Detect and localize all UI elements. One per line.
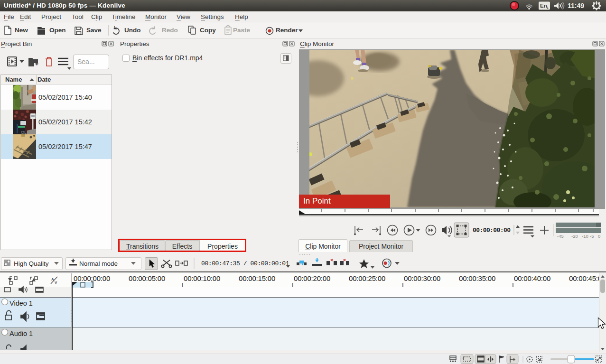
svg-text:-5: -5 bbox=[590, 233, 594, 238]
svg-text:-20: -20 bbox=[571, 233, 578, 238]
svg-text:-45: -45 bbox=[557, 233, 564, 238]
svg-text:-10: -10 bbox=[582, 233, 588, 238]
svg-text:1: 1 bbox=[547, 6, 549, 9]
svg-text:0: 0 bbox=[598, 233, 600, 238]
svg-text:En: En bbox=[540, 3, 547, 9]
svg-text:11:49: 11:49 bbox=[568, 2, 584, 9]
svg-text:OL: OL bbox=[21, 130, 27, 134]
svg-text:V: V bbox=[55, 280, 57, 285]
svg-text:00:00:00:00: 00:00:00:00 bbox=[473, 227, 511, 234]
